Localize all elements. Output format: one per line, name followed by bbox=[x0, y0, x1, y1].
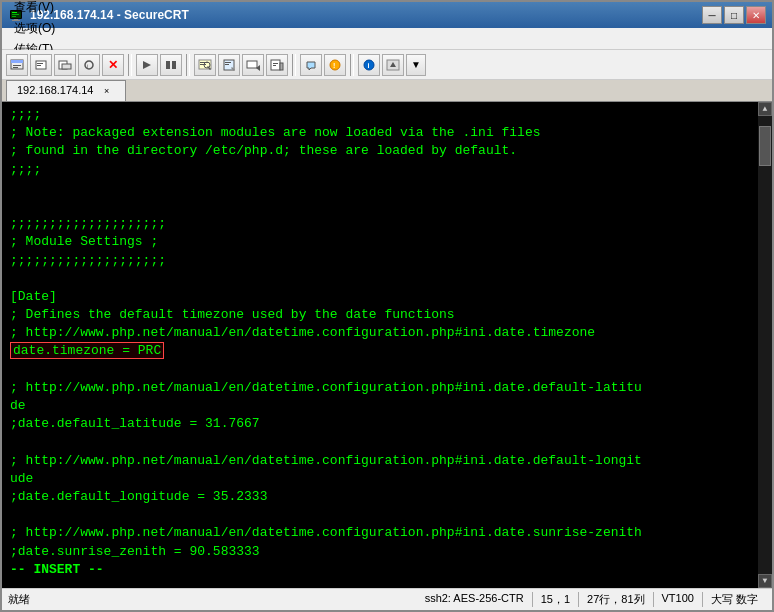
toolbar-btn-14[interactable]: i bbox=[358, 54, 380, 76]
toolbar-dropdown[interactable]: ▼ bbox=[406, 54, 426, 76]
window-controls: ─ □ ✕ bbox=[702, 6, 766, 24]
toolbar-btn-4[interactable]: i bbox=[78, 54, 100, 76]
status-segments: ssh2: AES-256-CTR15，127行，81列VT100大写 数字 bbox=[417, 592, 766, 607]
window-title: 192.168.174.14 - SecureCRT bbox=[30, 8, 702, 22]
menu-item-V[interactable]: 查看(V) bbox=[6, 0, 63, 18]
terminal-text: ;;;; ; Note: packaged extension modules … bbox=[10, 106, 764, 579]
status-segment: 15，1 bbox=[532, 592, 578, 607]
svg-rect-19 bbox=[166, 61, 170, 69]
minimize-button[interactable]: ─ bbox=[702, 6, 722, 24]
toolbar-separator-4 bbox=[350, 54, 354, 76]
svg-rect-15 bbox=[62, 64, 71, 69]
svg-rect-23 bbox=[200, 64, 206, 65]
main-window: 192.168.174.14 - SecureCRT ─ □ ✕ 文件(F)编辑… bbox=[0, 0, 774, 612]
svg-rect-34 bbox=[273, 65, 276, 66]
menu-bar: 文件(F)编辑(E)查看(V)选项(O)传输(T)脚本(S)工具(L)帮助(H) bbox=[2, 28, 772, 50]
toolbar-btn-13[interactable]: ! bbox=[324, 54, 346, 76]
svg-text:i: i bbox=[87, 63, 88, 69]
toolbar-btn-7[interactable] bbox=[160, 54, 182, 76]
tab-label: 192.168.174.14 bbox=[17, 84, 93, 96]
toolbar-btn-15[interactable] bbox=[382, 54, 404, 76]
toolbar-separator-3 bbox=[292, 54, 296, 76]
toolbar-btn-11[interactable] bbox=[266, 54, 288, 76]
svg-rect-26 bbox=[225, 62, 231, 63]
svg-text:!: ! bbox=[333, 62, 335, 69]
toolbar: i ✕ bbox=[2, 50, 772, 80]
scroll-down-btn[interactable]: ▼ bbox=[758, 574, 772, 588]
close-button[interactable]: ✕ bbox=[746, 6, 766, 24]
terminal-wrapper: ▲ ▼ ;;;; ; Note: packaged extension modu… bbox=[2, 102, 772, 588]
vertical-scrollbar[interactable]: ▲ ▼ bbox=[758, 102, 772, 588]
scrollbar-thumb[interactable] bbox=[759, 126, 771, 166]
tab-bar: 192.168.174.14 × bbox=[2, 80, 772, 102]
status-ready: 就绪 bbox=[8, 592, 417, 607]
terminal[interactable]: ▲ ▼ ;;;; ; Note: packaged extension modu… bbox=[2, 102, 772, 588]
toolbar-btn-1[interactable] bbox=[6, 54, 28, 76]
svg-rect-13 bbox=[37, 65, 41, 66]
svg-rect-20 bbox=[172, 61, 176, 69]
status-segment: 27行，81列 bbox=[578, 592, 652, 607]
status-bar: 就绪 ssh2: AES-256-CTR15，127行，81列VT100大写 数… bbox=[2, 588, 772, 610]
toolbar-btn-12[interactable] bbox=[300, 54, 322, 76]
svg-rect-12 bbox=[37, 63, 43, 64]
title-bar: 192.168.174.14 - SecureCRT ─ □ ✕ bbox=[2, 2, 772, 28]
scrollbar-track[interactable] bbox=[758, 116, 772, 574]
menu-item-O[interactable]: 选项(O) bbox=[6, 18, 63, 39]
svg-rect-9 bbox=[13, 65, 21, 66]
scroll-up-btn[interactable]: ▲ bbox=[758, 102, 772, 116]
svg-marker-18 bbox=[143, 61, 151, 69]
status-segment: ssh2: AES-256-CTR bbox=[417, 592, 532, 607]
svg-rect-29 bbox=[247, 61, 257, 68]
maximize-button[interactable]: □ bbox=[724, 6, 744, 24]
svg-rect-33 bbox=[273, 63, 278, 64]
svg-rect-8 bbox=[11, 60, 23, 63]
session-tab[interactable]: 192.168.174.14 × bbox=[6, 80, 126, 101]
toolbar-btn-8[interactable] bbox=[194, 54, 216, 76]
toolbar-btn-9[interactable] bbox=[218, 54, 240, 76]
svg-rect-27 bbox=[225, 64, 229, 65]
svg-rect-10 bbox=[13, 67, 18, 68]
toolbar-btn-5[interactable]: ✕ bbox=[102, 54, 124, 76]
svg-rect-32 bbox=[280, 63, 283, 70]
tab-close-icon[interactable]: × bbox=[99, 83, 115, 99]
toolbar-btn-3[interactable] bbox=[54, 54, 76, 76]
toolbar-separator-1 bbox=[128, 54, 132, 76]
toolbar-separator-2 bbox=[186, 54, 190, 76]
status-segment: 大写 数字 bbox=[702, 592, 766, 607]
toolbar-btn-2[interactable] bbox=[30, 54, 52, 76]
toolbar-btn-10[interactable] bbox=[242, 54, 264, 76]
toolbar-btn-6[interactable] bbox=[136, 54, 158, 76]
status-segment: VT100 bbox=[653, 592, 702, 607]
svg-text:i: i bbox=[368, 62, 370, 69]
